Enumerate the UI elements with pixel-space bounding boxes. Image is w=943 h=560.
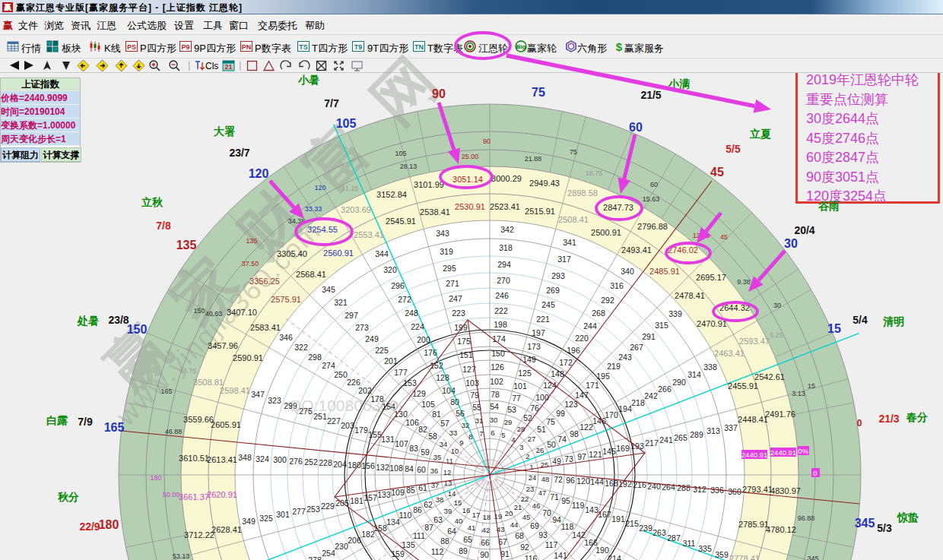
svg-text:小暑: 小暑 [297, 74, 319, 86]
svg-text:165: 165 [160, 388, 172, 395]
svg-text:3661.37: 3661.37 [179, 492, 209, 501]
svg-text:88: 88 [440, 536, 449, 546]
svg-text:274: 274 [322, 361, 335, 370]
svg-text:72: 72 [554, 475, 563, 484]
svg-text:46: 46 [532, 501, 541, 510]
svg-text:54: 54 [490, 402, 499, 411]
svg-text:191: 191 [611, 514, 625, 524]
svg-text:4780.12: 4780.12 [766, 525, 796, 534]
svg-text:120: 120 [314, 184, 325, 191]
svg-text:218: 218 [631, 398, 645, 407]
svg-text:226: 226 [347, 378, 360, 387]
svg-text:2485.91: 2485.91 [649, 267, 680, 276]
svg-text:2493.41: 2493.41 [621, 245, 652, 255]
svg-text:3407.10: 3407.10 [227, 308, 257, 317]
svg-text:120: 120 [576, 476, 590, 486]
svg-text:2448.41: 2448.41 [738, 415, 768, 424]
svg-text:296: 296 [391, 281, 405, 290]
svg-text:92: 92 [520, 543, 529, 552]
svg-text:81: 81 [432, 410, 441, 419]
svg-text:9: 9 [459, 438, 463, 447]
svg-text:15: 15 [827, 322, 841, 335]
svg-text:112: 112 [431, 547, 444, 556]
svg-text:341: 341 [563, 238, 576, 247]
svg-text:30: 30 [490, 416, 498, 424]
svg-text:7/7: 7/7 [324, 97, 339, 109]
svg-text:3712.22: 3712.22 [184, 530, 214, 539]
svg-text:359: 359 [715, 550, 729, 559]
svg-text:2538.41: 2538.41 [420, 207, 450, 217]
svg-text:151: 151 [459, 350, 473, 359]
svg-text:346: 346 [279, 333, 293, 342]
svg-text:251: 251 [313, 412, 327, 421]
svg-text:121: 121 [589, 450, 602, 459]
svg-text:147: 147 [575, 391, 589, 400]
svg-text:50: 50 [547, 440, 556, 449]
svg-text:180: 180 [348, 460, 361, 470]
svg-text:2463.41: 2463.41 [714, 349, 745, 358]
svg-text:7/8: 7/8 [156, 220, 171, 232]
svg-text:338: 338 [703, 362, 717, 372]
svg-text:322: 322 [294, 343, 308, 352]
svg-text:314: 314 [687, 370, 701, 379]
svg-text:4830.97: 4830.97 [770, 486, 801, 495]
svg-text:269: 269 [546, 286, 560, 295]
svg-text:217: 217 [645, 438, 659, 448]
svg-text:6: 6 [491, 429, 494, 437]
svg-text:40.63: 40.63 [205, 310, 223, 318]
svg-text:276: 276 [289, 457, 303, 466]
svg-text:16: 16 [462, 506, 471, 514]
svg-text:125: 125 [518, 369, 532, 378]
svg-text:206: 206 [348, 536, 361, 545]
svg-text:83: 83 [409, 444, 418, 453]
svg-text:134: 134 [386, 517, 400, 527]
svg-text:2470.91: 2470.91 [697, 319, 727, 328]
svg-text:2785.91: 2785.91 [738, 520, 769, 529]
svg-text:180: 180 [99, 518, 119, 531]
svg-text:102: 102 [490, 377, 503, 386]
svg-text:135: 135 [246, 237, 257, 245]
svg-text:2847.73: 2847.73 [603, 203, 633, 212]
svg-text:30: 30 [773, 302, 781, 309]
svg-text:340: 340 [621, 267, 634, 276]
svg-text:2778.41: 2778.41 [729, 554, 760, 560]
svg-text:59: 59 [421, 448, 430, 457]
svg-text:135: 135 [176, 239, 197, 252]
svg-text:46.88: 46.88 [165, 428, 183, 435]
svg-text:229: 229 [321, 501, 335, 511]
svg-text:153: 153 [403, 378, 417, 388]
svg-text:38: 38 [436, 495, 444, 504]
svg-text:2628.41: 2628.41 [211, 525, 242, 534]
svg-text:3051.14: 3051.14 [452, 175, 483, 184]
svg-text:3457.96: 3457.96 [208, 341, 238, 350]
svg-text:2523.41: 2523.41 [490, 202, 520, 211]
svg-text:41: 41 [468, 524, 476, 532]
svg-text:169: 169 [616, 444, 630, 453]
svg-text:28: 28 [517, 425, 525, 433]
svg-text:203: 203 [341, 421, 354, 430]
svg-text:75: 75 [546, 417, 555, 426]
svg-text:清明: 清明 [883, 315, 904, 327]
svg-text:65: 65 [463, 535, 472, 544]
svg-text:94: 94 [552, 515, 561, 524]
svg-text:215: 215 [625, 519, 639, 528]
svg-text:105: 105 [421, 400, 435, 409]
svg-text:197: 197 [532, 328, 545, 337]
svg-text:156: 156 [361, 461, 375, 470]
svg-text:2553.41: 2553.41 [354, 230, 384, 239]
svg-text:290: 290 [672, 378, 686, 387]
svg-text:立秋: 立秋 [141, 196, 164, 208]
svg-text:219: 219 [607, 362, 621, 371]
svg-text:18: 18 [483, 513, 491, 521]
svg-text:337: 337 [724, 423, 738, 432]
svg-text:2613.41: 2613.41 [207, 455, 237, 464]
svg-text:95: 95 [561, 496, 570, 505]
svg-text:299: 299 [284, 401, 297, 410]
svg-text:194: 194 [618, 404, 632, 413]
svg-text:157: 157 [364, 493, 377, 502]
svg-text:2542.61: 2542.61 [754, 372, 785, 381]
svg-text:313: 313 [706, 426, 720, 435]
svg-text:44: 44 [510, 520, 519, 529]
svg-text:106: 106 [405, 418, 419, 427]
svg-text:40: 40 [455, 517, 463, 525]
